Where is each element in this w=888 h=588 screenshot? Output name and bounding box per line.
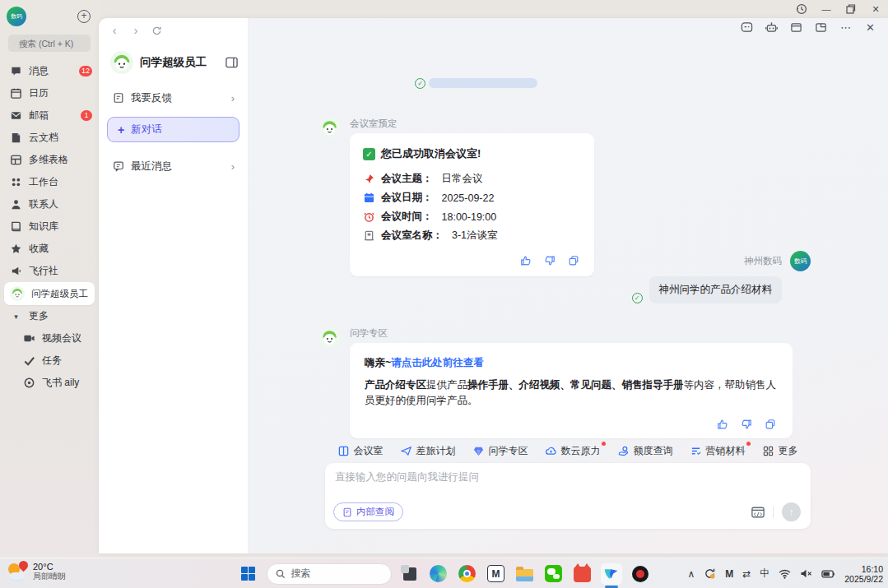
robot-icon[interactable]	[765, 21, 778, 34]
user-message: 神州数码 数码 ✓ 神州问学的产品介绍材料	[542, 251, 888, 303]
sync-icon[interactable]	[704, 567, 716, 580]
edge-icon[interactable]	[428, 563, 449, 585]
field-value: 18:00-19:00	[442, 211, 497, 223]
zone-link[interactable]: 请点击此处前往查看	[391, 357, 484, 368]
battery-icon[interactable]	[821, 570, 835, 578]
sidebar-item-calendar[interactable]: 日历	[0, 82, 99, 104]
m-app-icon[interactable]: M	[486, 563, 507, 585]
user-avatar[interactable]: 数码	[790, 251, 811, 271]
window-titlebar: — ✕	[0, 0, 888, 18]
sidebar-item-knowledge[interactable]: 知识库	[0, 215, 99, 238]
refresh-icon[interactable]	[151, 25, 163, 36]
sidebar-item-wenxue-agent[interactable]: 问学超级员工	[4, 282, 95, 305]
weather-icon	[7, 561, 28, 582]
qa-meeting-room[interactable]: 会议室	[338, 444, 384, 458]
user-avatar[interactable]: 数码	[7, 7, 26, 26]
window-icon[interactable]	[790, 21, 802, 34]
sidebar-item-video-meeting[interactable]: 视频会议	[0, 327, 99, 350]
sidebar-item-base[interactable]: 多维表格	[0, 149, 99, 171]
wechat-icon[interactable]	[543, 563, 565, 585]
quick-actions: 会议室 差旅计划 问学专区 数云原力	[325, 444, 811, 458]
system-tray: ∧ M ⇄ 中 16:10 2025/9/22	[687, 558, 883, 588]
feedback-item[interactable]: 我要反馈 ›	[107, 86, 239, 110]
workbench-icon	[10, 176, 22, 188]
sidebar-search[interactable]	[8, 35, 91, 52]
red-cat-app-icon[interactable]	[572, 563, 593, 585]
sidebar-item-more[interactable]: ▾ 更多	[0, 305, 99, 327]
plus-icon: +	[118, 123, 124, 137]
close-window-button[interactable]: ✕	[863, 0, 888, 18]
sidebar-item-tasks[interactable]: 任务	[0, 350, 99, 372]
sender-name: 问学专区	[350, 327, 388, 345]
send-button[interactable]: ↑	[782, 502, 801, 521]
app-sidebar: 数码 + 消息 12 日历 邮箱 1 云文档 多维表格	[0, 0, 99, 558]
taskbar-search[interactable]: 搜索	[267, 563, 392, 585]
back-icon[interactable]: ‹	[109, 25, 120, 36]
internal-search-pill[interactable]: 内部查阅	[333, 502, 403, 521]
network-switch-icon[interactable]: ⇄	[742, 568, 751, 580]
main-window: ‹ › 问学超级员工 我要反馈 › + 新对话 最近消息 ›	[99, 18, 888, 553]
sidebar-item-contacts[interactable]: 联系人	[0, 193, 99, 215]
recent-messages-item[interactable]: 最近消息 ›	[107, 154, 239, 178]
copy-icon[interactable]	[765, 419, 776, 430]
tray-expand-icon[interactable]: ∧	[687, 568, 695, 580]
close-chat-icon[interactable]: ✕	[864, 21, 876, 34]
start-button[interactable]	[238, 563, 259, 585]
aily-gear-icon	[23, 377, 35, 389]
sidebar-item-mail[interactable]: 邮箱 1	[0, 104, 99, 127]
minimize-button[interactable]: —	[814, 0, 839, 18]
add-icon[interactable]: +	[77, 10, 91, 23]
file-explorer-icon[interactable]	[514, 563, 536, 585]
divider	[773, 507, 774, 518]
chat-bubble-icon[interactable]	[741, 21, 753, 34]
search-input[interactable]	[19, 39, 85, 49]
chat-toolbar: ⋯ ✕	[741, 21, 876, 34]
open-in-tab-icon[interactable]	[815, 21, 827, 34]
chevron-right-icon: ›	[231, 160, 235, 173]
more-icon[interactable]: ⋯	[839, 21, 852, 34]
qa-travel-plan[interactable]: 差旅计划	[401, 444, 456, 458]
sidebar-item-favorites[interactable]: 收藏	[0, 238, 99, 260]
collapse-panel-icon[interactable]	[225, 57, 238, 68]
thumbs-down-icon[interactable]	[741, 419, 752, 430]
sidebar-item-workbench[interactable]: 工作台	[0, 171, 99, 193]
history-icon[interactable]	[789, 0, 814, 18]
table-icon	[10, 154, 22, 166]
star-icon	[10, 243, 22, 255]
m-tray-icon[interactable]: M	[725, 568, 733, 580]
weather-widget[interactable]: 20°C 局部晴朗	[7, 561, 66, 582]
zone-message: 问学专区 嗨亲~请点击此处前往查看 产品介绍专区提供产品操作手册、介绍视频、常见…	[319, 327, 813, 438]
message-input[interactable]	[335, 471, 801, 483]
clock[interactable]: 16:10 2025/9/22	[844, 564, 883, 584]
sidebar-item-clouddocs[interactable]: 云文档	[0, 127, 99, 149]
sidebar-item-community[interactable]: 飞行社	[0, 260, 99, 282]
qa-wenxue-zone[interactable]: 问学专区	[473, 444, 528, 458]
user-name: 神州数码	[744, 255, 782, 267]
task-view-icon[interactable]	[399, 563, 421, 585]
forward-icon[interactable]: ›	[130, 25, 142, 36]
qa-shuyun-power[interactable]: 数云原力	[546, 444, 601, 458]
qa-more[interactable]: 更多	[763, 444, 798, 458]
qa-quota-query[interactable]: 额度查询	[618, 444, 673, 458]
chrome-icon[interactable]	[457, 563, 478, 585]
book-icon	[10, 220, 22, 233]
composer[interactable]: 内部查阅 ↑	[325, 463, 811, 529]
qa-marketing-materials[interactable]: 营销材料	[690, 444, 746, 458]
thumbs-up-icon[interactable]	[520, 255, 532, 266]
chat-body: ✓ 会议室预定 ✓ 您已成功取消会议室!	[249, 38, 888, 553]
new-chat-button[interactable]: + 新对话	[107, 117, 239, 142]
thumbs-up-icon[interactable]	[717, 419, 728, 430]
zone-card: 嗨亲~请点击此处前往查看 产品介绍专区提供产品操作手册、介绍视频、常见问题、销售…	[350, 343, 793, 438]
chevron-down-icon: ▾	[10, 310, 22, 322]
sidebar-item-messages[interactable]: 消息 12	[0, 60, 99, 82]
restore-button[interactable]	[839, 0, 863, 18]
command-panel-icon[interactable]	[751, 507, 765, 518]
wifi-icon[interactable]	[779, 569, 791, 579]
weather-desc: 局部晴朗	[33, 572, 66, 581]
volume-muted-icon[interactable]	[800, 568, 812, 579]
messages-badge: 12	[79, 66, 92, 76]
sidebar-item-aily[interactable]: 飞书 aily	[0, 372, 99, 394]
feishu-icon[interactable]	[601, 563, 622, 585]
recorder-icon[interactable]	[630, 563, 651, 585]
ime-indicator[interactable]: 中	[760, 567, 769, 581]
